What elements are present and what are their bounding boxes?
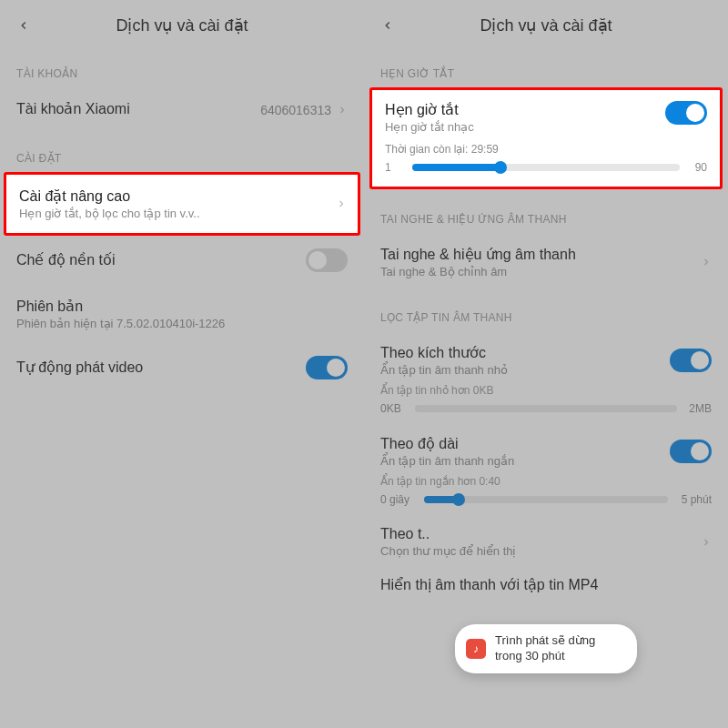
toggle-autoplay-video[interactable] [306,356,348,379]
section-settings: CÀI ĐẶT [0,132,364,172]
card-sleep-timer: Hẹn giờ tắt Hẹn giờ tắt nhạc Thời gian c… [369,87,723,189]
header: Dịch vụ và cài đặt [364,0,728,47]
header: Dịch vụ và cài đặt [0,0,364,47]
account-id: 6406016313 [260,103,331,117]
advanced-title: Cài đặt nâng cao [19,187,336,205]
slider-filter-size[interactable] [415,405,677,412]
toast-notification: ♪ Trình phát sẽ dừng trong 30 phút [455,624,637,673]
slider-min: 0 giây [380,493,417,506]
row-version[interactable]: Phiên bản Phiên bản hiện tại 7.5.02.0104… [0,285,364,336]
filter-size-sub: Ẩn tập tin âm thanh nhỏ [380,363,670,377]
toggle-filter-length[interactable] [670,440,712,463]
headphones-title: Tai nghe & hiệu ứng âm thanh [380,246,701,263]
filter-size-title: Theo kích thước [380,344,670,361]
chevron-right-icon [336,198,347,209]
headphones-sub: Tai nghe & Bộ chỉnh âm [380,265,701,278]
slider-filter-length[interactable] [424,496,668,503]
toggle-filter-size[interactable] [670,349,712,372]
row-filter-by-length: Theo độ dài Ẩn tập tin âm thanh ngắn [364,422,728,471]
row-xiaomi-account[interactable]: Tài khoản Xiaomi 6406016313 [0,87,364,132]
filter-folder-title: Theo t.. [380,526,701,542]
slider-min: 0KB [380,402,408,415]
page-title: Dịch vụ và cài đặt [116,15,248,35]
filter-length-limit: Ẩn tập tin ngắn hơn 0:40 [364,471,728,490]
sleep-timer-sub: Hẹn giờ tắt nhạc [385,120,474,134]
slider-min: 1 [385,161,405,174]
section-sleep-timer: HẸN GIỜ TẮT [364,47,728,87]
toast-message: Trình phát sẽ dừng trong 30 phút [495,633,621,664]
chevron-right-icon [701,537,712,548]
back-icon[interactable] [379,16,397,35]
chevron-right-icon [337,105,348,116]
mp4-title: Hiển thị âm thanh với tập tin MP4 [380,576,712,593]
row-show-mp4-audio: Hiển thị âm thanh với tập tin MP4 [364,563,728,595]
sleep-timer-remaining: Thời gian còn lại: 29:59 [385,143,707,156]
version-sub: Phiên bản hiện tại 7.5.02.010410i-1226 [16,317,348,330]
version-title: Phiên bản [16,298,348,315]
slider-max: 90 [687,161,707,174]
row-filter-by-size: Theo kích thước Ẩn tập tin âm thanh nhỏ [364,331,728,380]
filter-length-sub: Ẩn tập tin âm thanh ngắn [380,454,670,468]
filter-length-title: Theo độ dài [380,435,670,452]
account-label: Tài khoản Xiaomi [16,100,260,117]
row-dark-mode: Chế độ nền tối [0,236,364,285]
toggle-dark-mode[interactable] [306,248,348,272]
row-autoplay-video: Tự động phát video [0,336,364,392]
slider-sleep-timer[interactable] [412,164,680,171]
screen-services-settings: Dịch vụ và cài đặt TÀI KHOẢN Tài khoản X… [0,0,364,728]
music-app-icon: ♪ [466,639,486,659]
back-icon[interactable] [15,16,33,35]
autoplay-label: Tự động phát video [16,359,306,376]
page-title: Dịch vụ và cài đặt [480,15,612,35]
row-advanced-settings[interactable]: Cài đặt nâng cao Hẹn giờ tắt, bộ lọc cho… [4,172,360,236]
dark-mode-label: Chế độ nền tối [16,251,306,268]
screen-advanced-settings: Dịch vụ và cài đặt HẸN GIỜ TẮT Hẹn giờ t… [364,0,728,728]
sleep-timer-title: Hẹn giờ tắt [385,101,474,118]
row-headphones-effects[interactable]: Tai nghe & hiệu ứng âm thanh Tai nghe & … [364,233,728,291]
section-account: TÀI KHOẢN [0,47,364,87]
filter-size-limit: Ẩn tập tin nhỏ hơn 0KB [364,380,728,399]
toggle-sleep-timer[interactable] [665,101,707,125]
slider-max: 2MB [684,402,712,415]
advanced-sub: Hẹn giờ tắt, bộ lọc cho tập tin v.v.. [19,207,336,220]
slider-max: 5 phút [675,493,712,506]
section-headphones: TAI NGHE & HIỆU ỨNG ÂM THANH [364,189,728,233]
chevron-right-icon [701,257,712,268]
section-audio-filter: LỌC TẬP TIN ÂM THANH [364,291,728,331]
filter-folder-sub: Chọn thư mục để hiển thị [380,544,701,558]
row-filter-by-folder[interactable]: Theo t.. Chọn thư mục để hiển thị [364,513,728,563]
